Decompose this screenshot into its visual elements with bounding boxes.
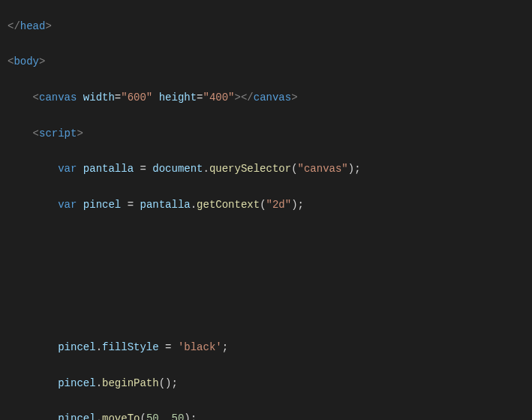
gutter [0,0,8,420]
code-line[interactable]: pincel.moveTo(50, 50); [8,410,532,420]
code-line[interactable]: <body> [8,53,532,71]
code-line[interactable]: <script> [8,125,532,143]
code-line[interactable]: pincel.fillStyle = 'black'; [8,339,532,357]
code-editor[interactable]: </head> <body> <canvas width="600" heigh… [0,0,532,420]
code-area[interactable]: </head> <body> <canvas width="600" heigh… [8,0,532,420]
code-line[interactable] [8,268,532,286]
code-line[interactable]: var pincel = pantalla.getContext("2d"); [8,196,532,214]
code-line[interactable]: var pantalla = document.querySelector("c… [8,160,532,178]
code-line[interactable]: </head> [8,18,532,36]
code-line[interactable] [8,304,532,322]
code-line[interactable]: <canvas width="600" height="400"></canva… [8,89,532,107]
code-line[interactable] [8,232,532,250]
code-line[interactable]: pincel.beginPath(); [8,375,532,393]
